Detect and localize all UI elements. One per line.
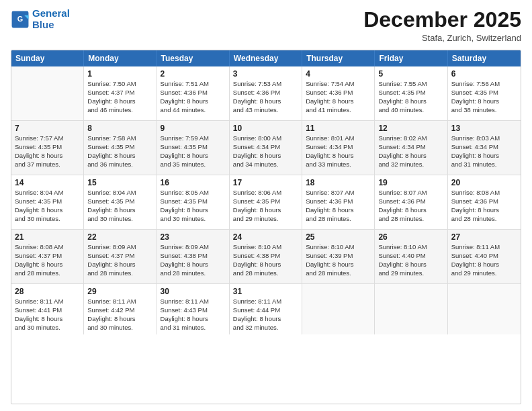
cal-cell-2-4: 10Sunrise: 8:00 AMSunset: 4:34 PMDayligh… bbox=[230, 121, 302, 175]
day-number: 10 bbox=[233, 124, 298, 133]
day-info: Sunrise: 8:07 AMSunset: 4:36 PMDaylight:… bbox=[378, 189, 443, 223]
cal-cell-4-4: 24Sunrise: 8:10 AMSunset: 4:38 PMDayligh… bbox=[230, 230, 302, 283]
cal-cell-3-7: 20Sunrise: 8:08 AMSunset: 4:36 PMDayligh… bbox=[448, 175, 521, 229]
header-day-sunday: Sunday bbox=[11, 50, 84, 66]
day-number: 21 bbox=[15, 232, 80, 242]
cal-cell-3-3: 16Sunrise: 8:05 AMSunset: 4:35 PMDayligh… bbox=[157, 175, 230, 229]
cal-cell-2-5: 11Sunrise: 8:01 AMSunset: 4:34 PMDayligh… bbox=[302, 121, 375, 175]
day-number: 20 bbox=[451, 178, 517, 187]
day-info: Sunrise: 7:54 AMSunset: 4:36 PMDaylight:… bbox=[306, 80, 371, 114]
day-number: 14 bbox=[15, 178, 80, 187]
cal-cell-5-7 bbox=[448, 284, 521, 334]
logo: G General Blue bbox=[11, 8, 70, 30]
month-title: December 2025 bbox=[363, 8, 521, 32]
calendar-body: 1Sunrise: 7:50 AMSunset: 4:37 PMDaylight… bbox=[11, 66, 521, 334]
title-block: December 2025 Stafa, Zurich, Switzerland bbox=[363, 8, 521, 43]
cal-cell-1-4: 3Sunrise: 7:53 AMSunset: 4:36 PMDaylight… bbox=[230, 66, 302, 120]
day-number: 18 bbox=[306, 178, 371, 187]
day-info: Sunrise: 7:50 AMSunset: 4:37 PMDaylight:… bbox=[87, 80, 152, 114]
day-info: Sunrise: 8:00 AMSunset: 4:34 PMDaylight:… bbox=[233, 134, 298, 169]
cal-cell-1-5: 4Sunrise: 7:54 AMSunset: 4:36 PMDaylight… bbox=[302, 66, 375, 120]
day-info: Sunrise: 8:04 AMSunset: 4:35 PMDaylight:… bbox=[15, 189, 80, 223]
cal-cell-5-6 bbox=[375, 284, 447, 334]
cal-cell-3-2: 15Sunrise: 8:04 AMSunset: 4:35 PMDayligh… bbox=[84, 175, 157, 229]
cal-cell-4-2: 22Sunrise: 8:09 AMSunset: 4:37 PMDayligh… bbox=[84, 230, 157, 283]
page: G General Blue December 2025 Stafa, Zuri… bbox=[0, 0, 532, 411]
day-number: 24 bbox=[233, 232, 298, 242]
day-number: 23 bbox=[161, 232, 226, 242]
day-number: 27 bbox=[451, 232, 517, 242]
cal-cell-4-5: 25Sunrise: 8:10 AMSunset: 4:39 PMDayligh… bbox=[302, 230, 375, 283]
day-info: Sunrise: 8:10 AMSunset: 4:39 PMDaylight:… bbox=[306, 243, 371, 277]
header-day-saturday: Saturday bbox=[448, 50, 521, 66]
cal-cell-1-2: 1Sunrise: 7:50 AMSunset: 4:37 PMDaylight… bbox=[84, 66, 157, 120]
day-info: Sunrise: 8:08 AMSunset: 4:36 PMDaylight:… bbox=[451, 189, 517, 223]
day-number: 6 bbox=[451, 69, 517, 79]
day-info: Sunrise: 7:55 AMSunset: 4:35 PMDaylight:… bbox=[378, 80, 443, 114]
day-number: 28 bbox=[15, 287, 80, 296]
day-number: 17 bbox=[233, 178, 298, 187]
cal-cell-1-1 bbox=[11, 66, 84, 120]
cal-cell-2-1: 7Sunrise: 7:57 AMSunset: 4:35 PMDaylight… bbox=[11, 121, 84, 175]
cal-cell-4-3: 23Sunrise: 8:09 AMSunset: 4:38 PMDayligh… bbox=[157, 230, 230, 283]
cal-cell-2-7: 13Sunrise: 8:03 AMSunset: 4:34 PMDayligh… bbox=[448, 121, 521, 175]
week-row-1: 1Sunrise: 7:50 AMSunset: 4:37 PMDaylight… bbox=[11, 66, 521, 120]
header-day-tuesday: Tuesday bbox=[157, 50, 230, 66]
day-info: Sunrise: 8:08 AMSunset: 4:37 PMDaylight:… bbox=[15, 243, 80, 277]
logo-line2: Blue bbox=[32, 19, 54, 30]
day-number: 13 bbox=[451, 124, 517, 133]
day-number: 9 bbox=[161, 124, 226, 133]
cal-cell-3-4: 17Sunrise: 8:06 AMSunset: 4:35 PMDayligh… bbox=[230, 175, 302, 229]
day-info: Sunrise: 8:11 AMSunset: 4:42 PMDaylight:… bbox=[87, 298, 152, 332]
cal-cell-4-7: 27Sunrise: 8:11 AMSunset: 4:40 PMDayligh… bbox=[448, 230, 521, 283]
day-info: Sunrise: 8:11 AMSunset: 4:43 PMDaylight:… bbox=[161, 298, 226, 332]
day-info: Sunrise: 7:51 AMSunset: 4:36 PMDaylight:… bbox=[161, 80, 226, 114]
location: Stafa, Zurich, Switzerland bbox=[363, 33, 521, 43]
day-info: Sunrise: 8:02 AMSunset: 4:34 PMDaylight:… bbox=[378, 134, 443, 169]
day-info: Sunrise: 8:06 AMSunset: 4:35 PMDaylight:… bbox=[233, 189, 298, 223]
day-number: 22 bbox=[87, 232, 152, 242]
day-number: 15 bbox=[87, 178, 152, 187]
calendar-header: SundayMondayTuesdayWednesdayThursdayFrid… bbox=[11, 50, 521, 66]
logo-text: General Blue bbox=[32, 8, 70, 30]
day-info: Sunrise: 8:11 AMSunset: 4:44 PMDaylight:… bbox=[233, 298, 298, 332]
cal-cell-2-6: 12Sunrise: 8:02 AMSunset: 4:34 PMDayligh… bbox=[375, 121, 447, 175]
day-info: Sunrise: 7:53 AMSunset: 4:36 PMDaylight:… bbox=[233, 80, 298, 114]
calendar: SundayMondayTuesdayWednesdayThursdayFrid… bbox=[11, 50, 521, 404]
week-row-2: 7Sunrise: 7:57 AMSunset: 4:35 PMDaylight… bbox=[11, 120, 521, 175]
day-info: Sunrise: 8:10 AMSunset: 4:38 PMDaylight:… bbox=[233, 243, 298, 277]
day-info: Sunrise: 7:56 AMSunset: 4:35 PMDaylight:… bbox=[451, 80, 517, 114]
day-info: Sunrise: 8:04 AMSunset: 4:35 PMDaylight:… bbox=[87, 189, 152, 223]
cal-cell-5-2: 29Sunrise: 8:11 AMSunset: 4:42 PMDayligh… bbox=[84, 284, 157, 334]
day-info: Sunrise: 8:11 AMSunset: 4:40 PMDaylight:… bbox=[451, 243, 517, 277]
day-info: Sunrise: 8:10 AMSunset: 4:40 PMDaylight:… bbox=[378, 243, 443, 277]
cal-cell-5-1: 28Sunrise: 8:11 AMSunset: 4:41 PMDayligh… bbox=[11, 284, 84, 334]
cal-cell-5-5 bbox=[302, 284, 375, 334]
day-info: Sunrise: 8:05 AMSunset: 4:35 PMDaylight:… bbox=[161, 189, 226, 223]
week-row-3: 14Sunrise: 8:04 AMSunset: 4:35 PMDayligh… bbox=[11, 175, 521, 229]
day-info: Sunrise: 8:03 AMSunset: 4:34 PMDaylight:… bbox=[451, 134, 517, 169]
day-number: 1 bbox=[87, 69, 152, 79]
cal-cell-2-2: 8Sunrise: 7:58 AMSunset: 4:35 PMDaylight… bbox=[84, 121, 157, 175]
day-info: Sunrise: 7:57 AMSunset: 4:35 PMDaylight:… bbox=[15, 134, 80, 169]
logo-line1: General bbox=[32, 7, 70, 19]
day-info: Sunrise: 8:11 AMSunset: 4:41 PMDaylight:… bbox=[15, 298, 80, 332]
cal-cell-2-3: 9Sunrise: 7:59 AMSunset: 4:35 PMDaylight… bbox=[157, 121, 230, 175]
cal-cell-1-3: 2Sunrise: 7:51 AMSunset: 4:36 PMDaylight… bbox=[157, 66, 230, 120]
cal-cell-5-4: 31Sunrise: 8:11 AMSunset: 4:44 PMDayligh… bbox=[230, 284, 302, 334]
cal-cell-1-6: 5Sunrise: 7:55 AMSunset: 4:35 PMDaylight… bbox=[375, 66, 447, 120]
day-number: 31 bbox=[233, 287, 298, 296]
day-number: 2 bbox=[161, 69, 226, 79]
cal-cell-4-1: 21Sunrise: 8:08 AMSunset: 4:37 PMDayligh… bbox=[11, 230, 84, 283]
cal-cell-3-6: 19Sunrise: 8:07 AMSunset: 4:36 PMDayligh… bbox=[375, 175, 447, 229]
day-number: 4 bbox=[306, 69, 371, 79]
header: G General Blue December 2025 Stafa, Zuri… bbox=[11, 8, 521, 43]
day-number: 30 bbox=[161, 287, 226, 296]
day-info: Sunrise: 8:07 AMSunset: 4:36 PMDaylight:… bbox=[306, 189, 371, 223]
day-info: Sunrise: 7:59 AMSunset: 4:35 PMDaylight:… bbox=[161, 134, 226, 169]
cal-cell-3-1: 14Sunrise: 8:04 AMSunset: 4:35 PMDayligh… bbox=[11, 175, 84, 229]
day-number: 26 bbox=[378, 232, 443, 242]
logo-icon: G bbox=[11, 10, 30, 29]
day-number: 12 bbox=[378, 124, 443, 133]
header-day-friday: Friday bbox=[375, 50, 447, 66]
